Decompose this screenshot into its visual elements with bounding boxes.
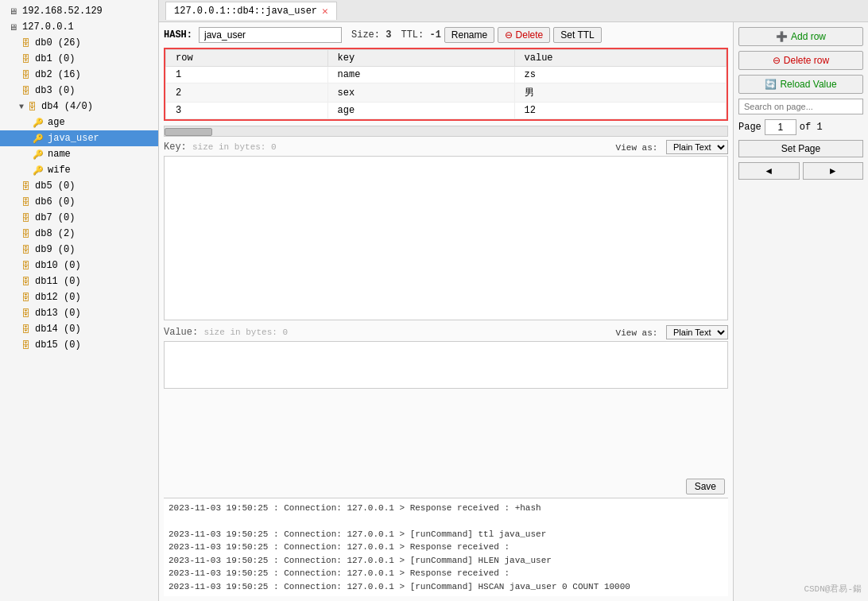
tree-item-label: db5 (0) <box>35 180 75 192</box>
col-header-row: row <box>166 50 328 67</box>
horizontal-scrollbar[interactable] <box>164 126 728 137</box>
sidebar-item-age[interactable]: 🔑age <box>0 114 158 130</box>
table-row[interactable]: 3 age 12 <box>166 103 727 119</box>
size-label: Size: 3 <box>351 29 391 41</box>
sidebar-item-db10[interactable]: 🗄db10 (0) <box>0 258 158 273</box>
sidebar-item-db0[interactable]: 🗄db0 (26) <box>0 35 158 51</box>
sidebar: 🖥192.168.52.129🖥127.0.0.1🗄db0 (26)🗄db1 (… <box>0 0 159 601</box>
tree-item-label: db11 (0) <box>35 276 81 287</box>
page-nav: Page of 1 <box>738 119 863 135</box>
set-page-button[interactable]: Set Page <box>738 140 863 157</box>
value-section-label: Value: size in bytes: 0 <box>164 327 288 338</box>
tree-item-label: db6 (0) <box>35 196 75 207</box>
tree-item-label: db15 (0) <box>35 339 81 351</box>
tree-item-label: age <box>48 117 65 128</box>
db-icon: 🗄 <box>19 37 32 49</box>
sidebar-item-s2[interactable]: 🖥127.0.0.1 <box>0 19 158 35</box>
value-view-as-select[interactable]: Plain Text <box>666 325 728 339</box>
cell-row: 3 <box>166 103 328 119</box>
tree-item-label: db9 (0) <box>35 244 75 255</box>
log-line: 2023-11-03 19:50:25 : Connection: 127.0.… <box>169 528 723 541</box>
db-icon: 🗄 <box>19 339 32 351</box>
tree-item-label: name <box>48 149 71 160</box>
expand-arrow-icon: ▼ <box>19 103 24 111</box>
tab-close-icon[interactable]: ✕ <box>322 5 328 17</box>
sidebar-item-db7[interactable]: 🗄db7 (0) <box>0 210 158 226</box>
log-line: 2023-11-03 19:50:25 : Connection: 127.0.… <box>169 502 723 515</box>
cell-key: age <box>327 103 514 119</box>
key-section-label: Key: size in bytes: 0 <box>164 142 277 153</box>
set-ttl-button[interactable]: Set TTL <box>553 27 601 43</box>
db-icon: 🗄 <box>19 211 32 224</box>
db-icon: 🗄 <box>19 68 32 81</box>
tab-label: 127.0.0.1::db4::java_user <box>174 6 317 17</box>
tab-java-user[interactable]: 127.0.0.1::db4::java_user ✕ <box>165 2 337 20</box>
log-line: 2023-11-03 19:50:25 : Connection: 127.0.… <box>169 567 723 580</box>
sidebar-item-db11[interactable]: 🗄db11 (0) <box>0 273 158 289</box>
db-icon: 🗄 <box>25 100 38 113</box>
save-button[interactable]: Save <box>686 479 725 494</box>
scrollbar-thumb[interactable] <box>165 128 212 136</box>
db-icon: 🗄 <box>19 307 32 320</box>
log-line: 2023-11-03 19:50:25 : Connection: 127.0.… <box>169 554 723 568</box>
sidebar-item-db3[interactable]: 🗄db3 (0) <box>0 83 158 99</box>
add-row-button[interactable]: ➕ Add row <box>738 27 863 46</box>
sidebar-item-db2[interactable]: 🗄db2 (16) <box>0 67 158 83</box>
db-icon: 🗄 <box>19 52 32 65</box>
delete-row-button[interactable]: ⊖ Delete row <box>738 51 863 70</box>
db-icon: 🗄 <box>19 84 32 97</box>
sidebar-item-name[interactable]: 🔑name <box>0 146 158 162</box>
data-table-wrapper: row key value 1 name zs2 sex <box>164 48 728 121</box>
value-view-as: View as: Plain Text <box>616 325 728 339</box>
prev-page-button[interactable]: ◄ <box>738 162 800 180</box>
key-textarea[interactable] <box>164 156 728 320</box>
search-input[interactable] <box>738 99 863 114</box>
page-number-input[interactable] <box>765 119 796 135</box>
log-panel: 2023-11-03 19:50:25 : Connection: 127.0.… <box>164 498 728 597</box>
watermark: CSDN@君易-鍚 <box>804 583 862 595</box>
table-row[interactable]: 2 sex 男 <box>166 83 727 103</box>
hash-icon: 🔑 <box>32 132 45 145</box>
sidebar-item-db4[interactable]: ▼🗄db4 (4/0) <box>0 99 158 114</box>
sidebar-item-db6[interactable]: 🗄db6 (0) <box>0 194 158 210</box>
db-icon: 🗄 <box>19 227 32 240</box>
sidebar-item-wife[interactable]: 🔑wife <box>0 162 158 178</box>
plus-icon: ➕ <box>776 31 788 42</box>
cell-key: sex <box>327 83 514 103</box>
sidebar-item-java_user[interactable]: 🔑java_user <box>0 130 158 146</box>
db-icon: 🗄 <box>19 323 32 335</box>
rename-button[interactable]: Rename <box>444 27 494 43</box>
log-line: 2023-11-03 19:50:25 : Connection: 127.0.… <box>169 541 723 554</box>
sidebar-item-db1[interactable]: 🗄db1 (0) <box>0 51 158 67</box>
tree-item-label: db3 (0) <box>35 85 75 96</box>
right-panel: ➕ Add row ⊖ Delete row 🔄 Reload Value Pa… <box>733 22 868 601</box>
tree-item-label: db10 (0) <box>35 260 81 271</box>
tree-item-label: wife <box>48 165 71 176</box>
key-view-as: View as: Plain Text <box>616 140 728 154</box>
reload-value-button[interactable]: 🔄 Reload Value <box>738 75 863 94</box>
sidebar-item-db12[interactable]: 🗄db12 (0) <box>0 289 158 305</box>
value-textarea[interactable] <box>164 341 728 389</box>
next-page-button[interactable]: ► <box>803 162 864 180</box>
sidebar-item-db14[interactable]: 🗄db14 (0) <box>0 321 158 337</box>
db-icon: 🗄 <box>19 275 32 288</box>
tree-item-label: java_user <box>48 133 99 144</box>
hash-header: HASH: Size: 3 TTL: -1 Rename ⊖ Delete <box>164 27 728 43</box>
sidebar-item-s1[interactable]: 🖥192.168.52.129 <box>0 3 158 19</box>
cell-row: 1 <box>166 67 328 83</box>
hash-value-input[interactable] <box>199 27 342 43</box>
hash-icon: 🔑 <box>32 164 45 176</box>
delete-button[interactable]: ⊖ Delete <box>498 27 550 43</box>
sidebar-item-db8[interactable]: 🗄db8 (2) <box>0 226 158 242</box>
col-header-value: value <box>514 50 726 67</box>
table-row[interactable]: 1 name zs <box>166 67 727 83</box>
sidebar-item-db9[interactable]: 🗄db9 (0) <box>0 242 158 258</box>
main-panel: 127.0.0.1::db4::java_user ✕ HASH: Size: … <box>159 0 868 601</box>
sidebar-item-db13[interactable]: 🗄db13 (0) <box>0 305 158 321</box>
delete-circle-icon: ⊖ <box>505 29 513 41</box>
sidebar-item-db15[interactable]: 🗄db15 (0) <box>0 337 158 353</box>
key-view-as-select[interactable]: Plain Text <box>666 140 728 154</box>
sidebar-item-db5[interactable]: 🗄db5 (0) <box>0 178 158 194</box>
hash-icon: 🔑 <box>32 116 45 129</box>
tree-item-label: 192.168.52.129 <box>22 6 103 17</box>
